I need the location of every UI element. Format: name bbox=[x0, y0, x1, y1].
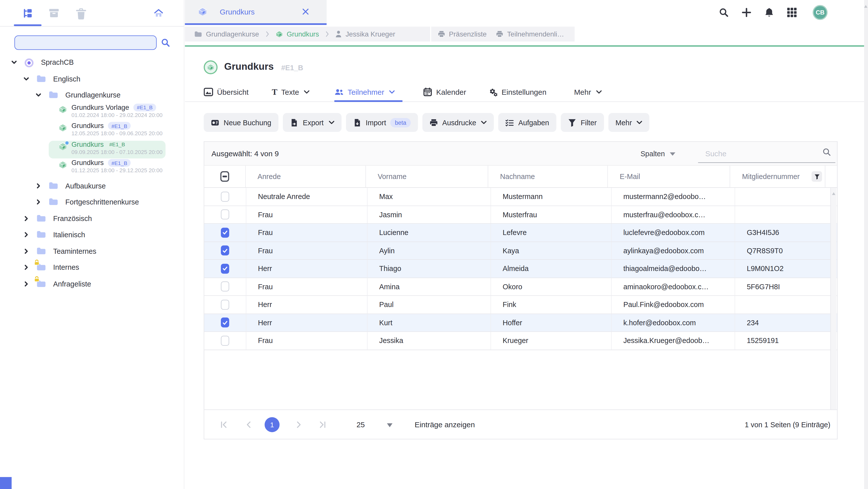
open-tab-grundkurs[interactable]: Grundkurs bbox=[185, 0, 327, 23]
tab-texte[interactable]: T Texte bbox=[272, 82, 309, 102]
table-row[interactable]: FrauAminaOkoroaminaokoro@edoobox.c…5F6G7… bbox=[204, 278, 837, 296]
row-checkbox[interactable] bbox=[221, 336, 229, 345]
doc-link-teilnehmendenliste[interactable]: Teilnehmendenli… bbox=[496, 30, 564, 38]
tree-item-aufbaukurse[interactable]: Aufbaukurse bbox=[0, 177, 184, 194]
tree-course-grundkurs[interactable]: Grundkurs#E1_B09.09.2025 18:00 - 07.10.2… bbox=[0, 141, 184, 159]
chevron-down-icon[interactable] bbox=[35, 92, 41, 98]
import-button[interactable]: Import beta bbox=[346, 113, 418, 132]
home-icon[interactable] bbox=[153, 8, 164, 19]
first-page-icon[interactable] bbox=[220, 421, 227, 428]
column-header-email[interactable]: E-Mail bbox=[608, 166, 731, 187]
tree-course-grundkurs[interactable]: Grundkurs#E1_B12.05.2025 18:00 - 09.06.2… bbox=[0, 122, 184, 141]
chevron-right-icon[interactable] bbox=[23, 264, 29, 270]
tree-item-grundlagenkurse[interactable]: Grundlagenkurse bbox=[0, 87, 184, 103]
tab-kalender[interactable]: Kalender bbox=[423, 82, 466, 102]
table-row[interactable]: FrauLucienneLefevreluclefevre@edoobox.co… bbox=[204, 224, 837, 242]
apps-grid-icon[interactable] bbox=[787, 7, 797, 17]
search-icon[interactable] bbox=[823, 148, 831, 156]
select-all-checkbox[interactable] bbox=[204, 166, 246, 187]
table-row[interactable]: HerrKurtHofferk.hofer@edoobox.com234 bbox=[204, 314, 837, 332]
row-checkbox[interactable] bbox=[221, 299, 229, 310]
neue-buchung-button[interactable]: Neue Buchung bbox=[204, 113, 279, 132]
breadcrumb-item-course[interactable]: Grundkurs bbox=[276, 30, 319, 38]
previous-page-icon[interactable] bbox=[245, 421, 252, 428]
tree-item-internes[interactable]: Internes bbox=[0, 259, 184, 276]
tab-einstellungen[interactable]: Einstellungen bbox=[488, 82, 547, 102]
table-row[interactable]: HerrPaulFinkPaul.Fink@edoobox.com bbox=[204, 296, 837, 314]
next-page-icon[interactable] bbox=[295, 421, 302, 428]
chevron-down-icon[interactable] bbox=[11, 59, 17, 65]
row-checkbox[interactable] bbox=[221, 263, 229, 274]
row-checkbox[interactable] bbox=[221, 209, 229, 220]
chevron-right-icon[interactable] bbox=[23, 248, 29, 254]
mehr-button[interactable]: Mehr bbox=[608, 113, 649, 132]
column-header-vorname[interactable]: Vorname bbox=[366, 166, 489, 187]
chevron-right-icon bbox=[326, 31, 329, 37]
breadcrumb-item-person[interactable]: Jessika Krueger bbox=[336, 30, 395, 38]
chevron-down-icon[interactable] bbox=[23, 76, 29, 82]
row-checkbox[interactable] bbox=[221, 282, 229, 291]
column-filter-icon[interactable] bbox=[811, 171, 822, 182]
column-header-anrede[interactable]: Anrede bbox=[246, 166, 366, 187]
last-page-icon[interactable] bbox=[319, 421, 326, 428]
chevron-right-icon[interactable] bbox=[23, 215, 29, 222]
table-row[interactable]: Neutrale AnredeMaxMustermannmustermann2@… bbox=[204, 188, 837, 206]
header-stub bbox=[825, 166, 837, 187]
column-header-mitgliedernummer[interactable]: Mitgliedernummer bbox=[731, 166, 825, 187]
close-icon[interactable] bbox=[302, 8, 309, 15]
row-checkbox[interactable] bbox=[221, 317, 229, 327]
chevron-right-icon[interactable] bbox=[35, 199, 41, 205]
columns-button[interactable]: Spalten bbox=[641, 142, 675, 166]
filter-icon bbox=[568, 118, 576, 126]
tree-course-grundkurs-vorlage[interactable]: Grundkurs Vorlage#E1_B01.02.2024 18:00 -… bbox=[0, 103, 184, 122]
bell-icon[interactable] bbox=[765, 7, 774, 17]
table-row[interactable]: FrauJasminMusterfraumusterfrau@edoobox.c… bbox=[204, 206, 837, 224]
aufgaben-button[interactable]: Aufgaben bbox=[498, 113, 556, 132]
table-row[interactable]: FrauAylinKayaaylinkaya@edoobox.comQ7R8S9… bbox=[204, 242, 837, 260]
table-scrollbar[interactable] bbox=[830, 188, 836, 410]
window-scrollbar[interactable] bbox=[864, 0, 868, 489]
page-size-select[interactable]: 25 bbox=[356, 410, 365, 439]
table-search-input[interactable] bbox=[698, 145, 836, 162]
add-icon[interactable] bbox=[742, 7, 751, 17]
export-button[interactable]: Export bbox=[283, 113, 341, 132]
doc-link-praesenzliste[interactable]: Präsenzliste bbox=[438, 30, 487, 38]
tree-search-input[interactable] bbox=[14, 35, 157, 50]
tree-item-franz-sisch[interactable]: Französisch bbox=[0, 210, 184, 227]
search-icon[interactable] bbox=[161, 38, 170, 47]
current-page-button[interactable]: 1 bbox=[265, 417, 280, 432]
tree-course-grundkurs[interactable]: Grundkurs#E1_B01.12.2025 18:00 - 29.12.2… bbox=[0, 159, 184, 177]
filter-button[interactable]: Filter bbox=[561, 113, 604, 132]
cell-anrede: Herr bbox=[246, 296, 367, 313]
scroll-up-icon[interactable] bbox=[864, 5, 867, 8]
search-icon[interactable] bbox=[719, 7, 728, 17]
scroll-up-icon[interactable] bbox=[832, 192, 835, 195]
tab-uebersicht[interactable]: Übersicht bbox=[204, 82, 249, 102]
column-header-nachname[interactable]: Nachname bbox=[489, 166, 608, 187]
tree-item-fortgeschrittenenkurse[interactable]: Fortgeschrittenenkurse bbox=[0, 194, 184, 210]
table-row[interactable]: HerrThiagoAlmeidathiagoalmeida@edoobo…L9… bbox=[204, 260, 837, 278]
tab-mehr[interactable]: Mehr bbox=[574, 82, 601, 102]
chevron-right-icon[interactable] bbox=[35, 183, 41, 189]
trash-icon[interactable] bbox=[76, 8, 86, 19]
row-checkbox[interactable] bbox=[221, 228, 229, 237]
tree-item-englisch[interactable]: Englisch bbox=[0, 71, 184, 87]
breadcrumb-item-folder[interactable]: Grundlagenkurse bbox=[194, 30, 259, 38]
avatar[interactable]: CB bbox=[812, 5, 828, 20]
row-checkbox[interactable] bbox=[221, 192, 229, 201]
tree-item-italienisch[interactable]: Italienisch bbox=[0, 227, 184, 243]
tree-item-teaminternes[interactable]: Teaminternes bbox=[0, 243, 184, 259]
chevron-right-icon[interactable] bbox=[23, 281, 29, 287]
chevron-right-icon[interactable] bbox=[23, 232, 29, 238]
ausdrucke-button[interactable]: Ausdrucke bbox=[423, 113, 494, 132]
archive-icon[interactable] bbox=[49, 8, 59, 19]
tab-teilnehmer[interactable]: Teilnehmer bbox=[335, 82, 395, 102]
tree-view-icon[interactable] bbox=[22, 8, 33, 19]
bottom-left-button[interactable] bbox=[0, 477, 12, 489]
tree-item-sprachcb[interactable]: SprachCB bbox=[0, 54, 184, 70]
tree-item-anfrageliste[interactable]: Anfrageliste bbox=[0, 276, 184, 292]
table-toolbar: Ausgewählt: 4 von 9 Spalten bbox=[204, 142, 837, 166]
page-size-arrow-icon[interactable] bbox=[387, 423, 393, 427]
row-checkbox[interactable] bbox=[221, 246, 229, 256]
table-row[interactable]: FrauJessikaKruegerJessika.Krueger@edoob…… bbox=[204, 332, 837, 350]
